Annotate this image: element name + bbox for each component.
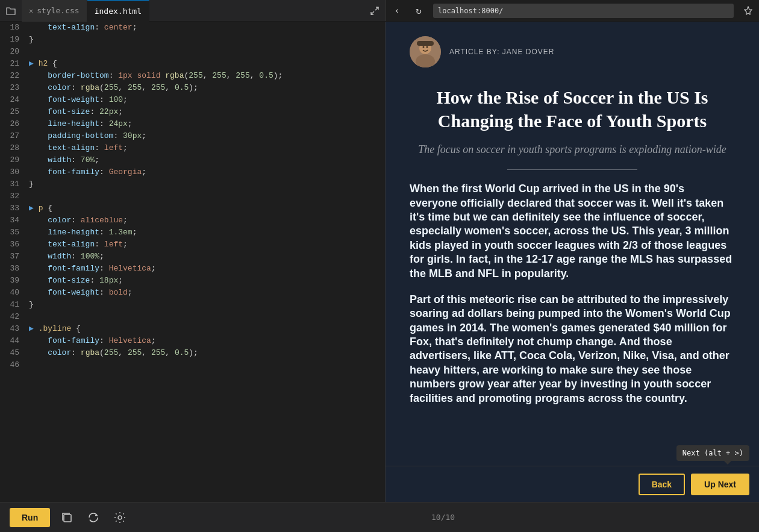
tab-style-css[interactable]: ✕ style.css (22, 0, 87, 22)
article-paragraph-1: When the first World Cup arrived in the … (410, 182, 735, 281)
close-icon[interactable]: ✕ (29, 7, 33, 15)
code-line: ▶ p { (29, 202, 385, 214)
code-line: font-size: 22px; (29, 106, 385, 118)
address-bar[interactable]: localhost:8000/ (433, 4, 734, 18)
code-line: } (29, 299, 385, 311)
bottom-toolbar: Run 10/10 (0, 502, 759, 532)
code-line: font-weight: bold; (29, 287, 385, 299)
svg-line-1 (371, 11, 374, 14)
code-line (29, 190, 385, 202)
tooltip: Next (alt + >) (676, 445, 749, 461)
code-line: line-height: 24px; (29, 118, 385, 130)
svg-rect-8 (64, 515, 71, 522)
code-line: text-align: center; (29, 22, 385, 34)
code-line (29, 311, 385, 323)
refresh-icon[interactable] (84, 508, 103, 527)
editor-panel: 1819202122232425262728293031323334353637… (0, 22, 386, 502)
line-numbers: 1819202122232425262728293031323334353637… (0, 22, 24, 502)
code-line: line-height: 1.3em; (29, 227, 385, 239)
browser-back-button[interactable]: ‹ (386, 0, 408, 22)
tab-index-html[interactable]: index.html (87, 0, 149, 22)
code-line: color: rgba(255, 255, 255, 0.5); (29, 82, 385, 94)
code-line: color: rgba(255, 255, 255, 0.5); (29, 347, 385, 359)
article-title: How the Rise of Soccer in the US Is Chan… (410, 86, 735, 133)
code-line: color: aliceblue; (29, 214, 385, 227)
main-content: 1819202122232425262728293031323334353637… (0, 22, 759, 502)
author-byline-label: ARTICLE BY: JANE DOVER (449, 48, 555, 56)
page-indicator: 10/10 (137, 513, 749, 522)
article-subtitle: The focus on soccer in youth sports prog… (410, 142, 735, 157)
svg-point-9 (118, 516, 122, 519)
code-line: text-align: left; (29, 239, 385, 251)
svg-rect-7 (417, 41, 434, 46)
run-button[interactable]: Run (10, 508, 50, 527)
code-line: text-align: left; (29, 142, 385, 154)
preview-bottom-bar: Next (alt + >) Back Up Next (386, 466, 759, 502)
up-next-button[interactable]: Up Next (691, 474, 749, 495)
code-line: font-size: 18px; (29, 275, 385, 287)
code-line: font-weight: 100; (29, 94, 385, 106)
browser-reload-button[interactable]: ↻ (408, 0, 429, 22)
code-line (29, 46, 385, 58)
settings-icon[interactable] (110, 508, 130, 527)
code-line (29, 359, 385, 371)
code-line: ▶ h2 { (29, 58, 385, 70)
code-line: width: 100%; (29, 251, 385, 263)
code-line: } (29, 178, 385, 190)
code-line: width: 70%; (29, 154, 385, 166)
expand-icon[interactable] (364, 0, 386, 22)
code-lines[interactable]: text-align: center;} ▶ h2 { border-botto… (24, 22, 385, 502)
code-line: padding-bottom: 30px; (29, 130, 385, 142)
copy-icon[interactable] (57, 508, 77, 527)
address-text: localhost:8000/ (438, 7, 503, 15)
svg-line-0 (375, 7, 378, 10)
preview-content[interactable]: ARTICLE BY: JANE DOVER How the Rise of S… (386, 22, 759, 466)
article-paragraph-2: Part of this meteoric rise can be attrib… (410, 293, 735, 405)
code-line: border-bottom: 1px solid rgba(255, 255, … (29, 70, 385, 82)
code-line: ▶ .byline { (29, 323, 385, 335)
code-line: } (29, 34, 385, 46)
byline-area: ARTICLE BY: JANE DOVER (410, 36, 735, 67)
pin-icon[interactable] (737, 0, 759, 22)
svg-point-5 (423, 46, 425, 48)
back-button[interactable]: Back (639, 474, 685, 495)
article-body: When the first World Cup arrived in the … (410, 182, 735, 405)
code-line: font-family: Georgia; (29, 166, 385, 178)
tab-label-active: index.html (95, 7, 142, 16)
top-bar: ✕ style.css index.html ‹ ↻ localhost:800… (0, 0, 759, 22)
tab-label: style.css (37, 6, 79, 15)
code-line: font-family: Helvetica; (29, 335, 385, 347)
preview-panel: ARTICLE BY: JANE DOVER How the Rise of S… (386, 22, 759, 502)
svg-point-6 (426, 46, 428, 48)
divider (507, 169, 637, 170)
browser-bar: ‹ ↻ localhost:8000/ (386, 0, 759, 21)
code-area: 1819202122232425262728293031323334353637… (0, 22, 385, 502)
code-line: font-family: Helvetica; (29, 263, 385, 275)
folder-icon[interactable] (0, 0, 22, 22)
editor-tab-bar: ✕ style.css index.html (0, 0, 386, 21)
avatar (410, 36, 441, 67)
